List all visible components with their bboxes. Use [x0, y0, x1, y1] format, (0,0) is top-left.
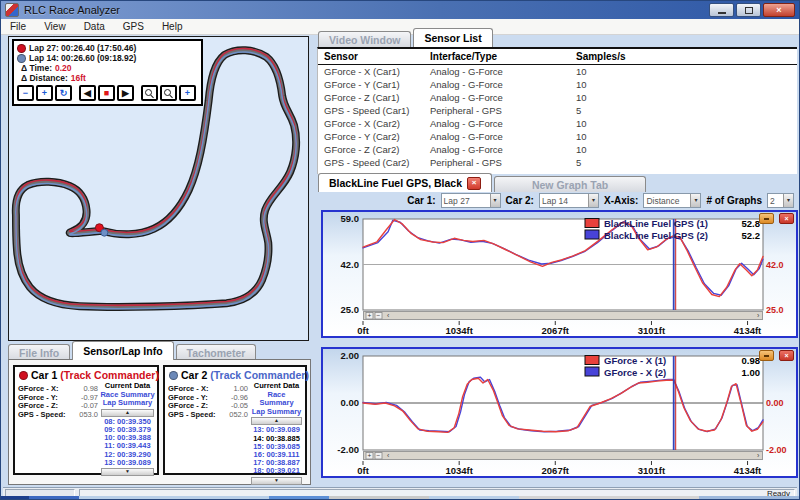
track-map-panel[interactable]: Lap 27: 00:26.40 (17:50.46) Lap 14: 00:2… [8, 36, 309, 341]
x-axis-label: 0ft [357, 325, 369, 336]
gforce-chart-canvas[interactable]: GForce - X (1)0.98GForce - X (2)1.002.00… [323, 349, 796, 476]
tab-tachometer[interactable]: Tachometer [176, 344, 257, 360]
car-name: Car 2 [181, 369, 207, 381]
tab-new-graph-tab[interactable]: New Graph Tab [494, 176, 646, 192]
x-axis-select[interactable]: Distance▾ [643, 193, 701, 208]
chart-collapse-button[interactable] [759, 350, 774, 361]
lap-summary-link[interactable]: Lap Summary [250, 408, 303, 417]
plot-scrollbar[interactable] [364, 452, 763, 460]
delta-distance-label: Δ Distance: [21, 73, 68, 83]
interface-type: Peripheral - GPS [430, 157, 502, 168]
sensor-value: 053.0 [79, 411, 98, 420]
lap-time-item[interactable]: 13: 00:39.089 [100, 459, 155, 467]
car-panel-1: Car 1(Track Commander)GForce - X:0.98GFo… [13, 365, 159, 475]
lap-list-scroll-up[interactable]: ▲ [101, 409, 154, 417]
tab-file-info[interactable]: File Info [8, 344, 70, 360]
pan-button[interactable]: + [179, 85, 196, 101]
sensor-name: GForce - Y (Car1) [324, 79, 400, 90]
sensor-name: GForce - Z (Car1) [324, 92, 399, 103]
table-row[interactable]: GPS - Speed (Car2)Peripheral - GPS5 [318, 156, 797, 169]
car-panel-body: GForce - X:1.00GForce - Y:-0.96GForce - … [165, 381, 305, 486]
dropdown-arrow-icon[interactable]: ▾ [588, 194, 598, 207]
sensor-lap-info-page: Car 1(Track Commander)GForce - X:0.98GFo… [8, 359, 311, 485]
maximize-button[interactable] [736, 3, 761, 17]
magnify-button[interactable] [141, 85, 158, 101]
y-axis-label: -2.00 [337, 444, 359, 455]
minimize-button[interactable] [709, 3, 734, 17]
stop-button[interactable]: ■ [98, 85, 115, 101]
samples-rate: 10 [576, 92, 587, 103]
table-row[interactable]: GForce - Z (Car2)Analog - G-Force10 [318, 143, 797, 156]
sensor-table: SensorInterface/TypeSamples/sGForce - X … [317, 47, 797, 174]
car1-lap-select[interactable]: Lap 27▾ [441, 193, 501, 208]
table-row[interactable]: GForce - X (Car2)Analog - G-Force10 [318, 117, 797, 130]
delta-distance-value: 16ft [71, 73, 86, 83]
table-row[interactable]: GForce - Y (Car1)Analog - G-Force10 [318, 78, 797, 91]
dropdown-arrow-icon[interactable]: ▾ [783, 194, 793, 207]
legend-swatch [585, 367, 599, 376]
car1-dot-icon [19, 371, 28, 380]
menu-file[interactable]: File [1, 21, 35, 32]
menu-view[interactable]: View [35, 21, 75, 32]
lap-summary-link[interactable]: Lap Summary [100, 399, 155, 408]
y-axis-label-right: 25.0 [766, 305, 784, 315]
zoom-out-button[interactable]: − [17, 85, 34, 101]
table-row[interactable]: GForce - Z (Car1)Analog - G-Force10 [318, 91, 797, 104]
legend-swatch [585, 219, 599, 228]
car-panel-header: Car 1(Track Commander) [15, 367, 157, 381]
lap-list: 13: 00:39.08914: 00:38.88515: 00:39.0851… [250, 426, 303, 475]
lap-list-scroll-down[interactable]: ▼ [101, 468, 154, 476]
num-graphs-select[interactable]: 2▾ [767, 193, 794, 208]
interface-type: Analog - G-Force [430, 66, 503, 77]
refresh-button[interactable]: ↻ [55, 85, 72, 101]
car-type: (Track Commander) [210, 369, 309, 381]
magnifier-icon [164, 89, 171, 96]
selected-value: Lap 14 [540, 196, 588, 206]
race-summary-link[interactable]: Race Summary [250, 391, 303, 408]
dropdown-arrow-icon[interactable]: ▾ [490, 194, 500, 207]
summary-column: Current DataRace SummaryLap Summary▲13: … [248, 382, 303, 486]
lap-list-scroll-down[interactable]: ▼ [251, 477, 302, 485]
car2-lap-select[interactable]: Lap 14▾ [539, 193, 599, 208]
y-axis-label-right: -2.00 [766, 445, 787, 455]
step-forward-button[interactable]: ▶ [117, 85, 134, 101]
magnify-cursor-button[interactable] [160, 85, 177, 101]
zoom-in-button[interactable]: + [36, 85, 53, 101]
speed-chart-canvas[interactable]: BlackLine Fuel GPS (1)52.8BlackLine Fuel… [323, 212, 796, 336]
x-axis-label: 1034ft [445, 325, 473, 336]
x-axis-label: X-Axis: [604, 195, 638, 206]
menu-gps[interactable]: GPS [114, 21, 153, 32]
interface-type: Analog - G-Force [430, 118, 503, 129]
dropdown-arrow-icon[interactable]: ▾ [690, 194, 700, 207]
chart-collapse-button[interactable] [759, 213, 774, 224]
chart-close-button[interactable]: × [779, 213, 794, 224]
chart-close-button[interactable]: × [779, 350, 794, 361]
lap-time-item[interactable]: 18: 00:39.021 [250, 467, 303, 475]
table-row[interactable]: GPS - Speed (Car1)Peripheral - GPS5 [318, 104, 797, 117]
menu-data[interactable]: Data [75, 21, 114, 32]
delta-time-value: 0.20 [55, 63, 72, 73]
close-tab-icon[interactable]: × [467, 177, 481, 190]
magnifier-icon [145, 89, 152, 96]
tab-video-window[interactable]: Video Window [318, 31, 411, 47]
menu-help[interactable]: Help [153, 21, 192, 32]
tab-blackline-fuel-gps-black[interactable]: BlackLine Fuel GPS, Black× [318, 173, 492, 192]
tab-label: Sensor List [424, 32, 481, 44]
interface-type: Analog - G-Force [430, 144, 503, 155]
table-row[interactable]: GForce - X (Car1)Analog - G-Force10 [318, 65, 797, 78]
legend-swatch [585, 230, 599, 239]
plot-scrollbar[interactable] [364, 312, 763, 320]
car2-position-dot[interactable] [101, 229, 108, 236]
y-axis-label: 42.0 [341, 259, 360, 270]
step-back-button[interactable]: ◀ [79, 85, 96, 101]
close-button[interactable]: × [763, 3, 795, 17]
table-row[interactable]: GForce - Y (Car2)Analog - G-Force10 [318, 130, 797, 143]
legend-label: GForce - X (2) [604, 367, 666, 378]
tab-sensor-lap-info[interactable]: Sensor/Lap Info [72, 341, 173, 360]
minimize-icon [718, 12, 726, 14]
tab-sensor-list[interactable]: Sensor List [413, 28, 492, 47]
y-axis-label: 0.00 [341, 397, 360, 408]
lap-list-scroll-up[interactable]: ▲ [251, 417, 302, 425]
title-bar[interactable]: RLC Race Analyzer × [1, 1, 799, 19]
scroll-button-glyph: − [377, 312, 381, 319]
